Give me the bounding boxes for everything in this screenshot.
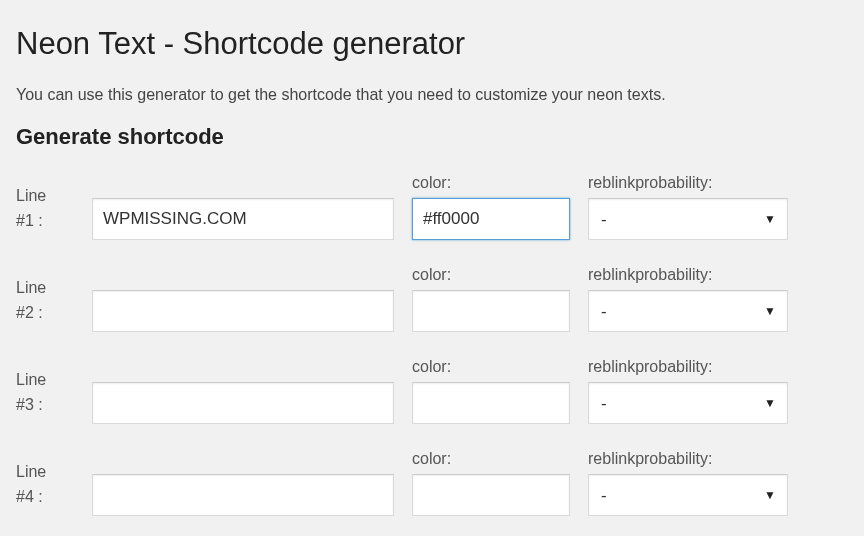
- reblink-label: reblinkprobability:: [588, 266, 788, 284]
- reblink-label: reblinkprobability:: [588, 358, 788, 376]
- line-label-b: #2 :: [16, 300, 74, 326]
- reblink-select[interactable]: -: [588, 290, 788, 332]
- line-label-a: Line: [16, 367, 74, 393]
- color-label: color:: [412, 450, 570, 468]
- reblink-select[interactable]: -: [588, 198, 788, 240]
- color-label: color:: [412, 174, 570, 192]
- line-row: Line #4 : color: reblinkprobability: - ▼: [16, 450, 848, 516]
- line-label-b: #3 :: [16, 392, 74, 418]
- line-text-input[interactable]: [92, 290, 394, 332]
- line-label-b: #4 :: [16, 484, 74, 510]
- line-label: Line #1 :: [16, 183, 74, 240]
- line-label-a: Line: [16, 459, 74, 485]
- line-text-input[interactable]: [92, 474, 394, 516]
- line-text-input[interactable]: [92, 198, 394, 240]
- reblink-label: reblinkprobability:: [588, 174, 788, 192]
- color-input[interactable]: [412, 474, 570, 516]
- line-row: Line #2 : color: reblinkprobability: - ▼: [16, 266, 848, 332]
- line-label: Line #2 :: [16, 275, 74, 332]
- line-text-input[interactable]: [92, 382, 394, 424]
- line-row: Line #3 : color: reblinkprobability: - ▼: [16, 358, 848, 424]
- intro-text: You can use this generator to get the sh…: [16, 86, 848, 104]
- color-input[interactable]: [412, 290, 570, 332]
- section-title: Generate shortcode: [16, 124, 848, 150]
- reblink-select[interactable]: -: [588, 382, 788, 424]
- reblink-select[interactable]: -: [588, 474, 788, 516]
- line-row: Line #1 : color: reblinkprobability: - ▼: [16, 174, 848, 240]
- color-input[interactable]: [412, 382, 570, 424]
- color-label: color:: [412, 358, 570, 376]
- line-label: Line #4 :: [16, 459, 74, 516]
- line-label-b: #1 :: [16, 208, 74, 234]
- page-title: Neon Text - Shortcode generator: [16, 26, 848, 62]
- reblink-label: reblinkprobability:: [588, 450, 788, 468]
- line-label-a: Line: [16, 183, 74, 209]
- color-label: color:: [412, 266, 570, 284]
- line-label: Line #3 :: [16, 367, 74, 424]
- line-label-a: Line: [16, 275, 74, 301]
- color-input[interactable]: [412, 198, 570, 240]
